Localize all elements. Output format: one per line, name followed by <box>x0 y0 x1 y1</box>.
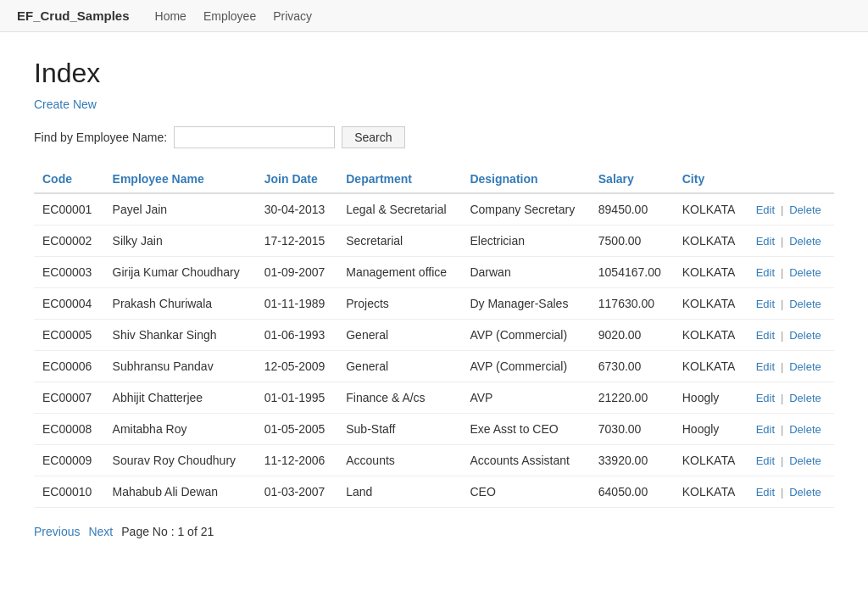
cell-join-date: 11-12-2006 <box>256 445 337 476</box>
col-header-join-date[interactable]: Join Date <box>256 165 337 193</box>
cell-name: Sourav Roy Choudhury <box>104 445 256 476</box>
action-separator: | <box>781 329 783 342</box>
edit-link[interactable]: Edit <box>756 486 775 499</box>
cell-department: General <box>337 351 461 382</box>
cell-designation: Accounts Assistant <box>461 445 589 476</box>
cell-department: Legal & Secretarial <box>337 193 461 226</box>
cell-city: Hoogly <box>674 414 748 445</box>
cell-name: Subhransu Pandav <box>104 351 256 382</box>
cell-department: Finance & A/cs <box>337 382 461 414</box>
create-new-link[interactable]: Create New <box>34 97 97 111</box>
cell-actions: Edit | Delete <box>748 476 834 508</box>
table-row: EC00003 Girija Kumar Choudhary 01-09-200… <box>34 257 834 288</box>
delete-link[interactable]: Delete <box>789 235 821 248</box>
table-row: EC00007 Abhijit Chatterjee 01-01-1995 Fi… <box>34 382 834 414</box>
cell-salary: 64050.00 <box>590 476 674 508</box>
cell-actions: Edit | Delete <box>748 351 834 382</box>
cell-join-date: 01-03-2007 <box>256 476 337 508</box>
action-separator: | <box>781 235 783 248</box>
col-header-name[interactable]: Employee Name <box>104 165 256 193</box>
col-header-code[interactable]: Code <box>34 165 104 193</box>
cell-code: EC00008 <box>34 414 104 445</box>
nav-link-employee[interactable]: Employee <box>203 9 256 23</box>
edit-link[interactable]: Edit <box>756 203 775 216</box>
delete-link[interactable]: Delete <box>789 329 821 342</box>
cell-designation: AVP <box>461 382 589 414</box>
cell-department: Sub-Staff <box>337 414 461 445</box>
delete-link[interactable]: Delete <box>789 203 821 216</box>
pagination-next[interactable]: Next <box>88 525 113 538</box>
nav-link-privacy[interactable]: Privacy <box>273 9 312 23</box>
cell-join-date: 01-05-2005 <box>256 414 337 445</box>
cell-city: KOLKATA <box>674 320 748 351</box>
table-row: EC00001 Payel Jain 30-04-2013 Legal & Se… <box>34 193 834 226</box>
cell-designation: AVP (Commercial) <box>461 320 589 351</box>
cell-salary: 7500.00 <box>590 226 674 257</box>
table-row: EC00010 Mahabub Ali Dewan 01-03-2007 Lan… <box>34 476 834 508</box>
pagination-previous[interactable]: Previous <box>34 525 80 538</box>
navbar-links: Home Employee Privacy <box>155 9 313 23</box>
cell-city: Hoogly <box>674 382 748 414</box>
cell-city: KOLKATA <box>674 351 748 382</box>
search-button[interactable]: Search <box>342 126 404 148</box>
delete-link[interactable]: Delete <box>789 360 821 373</box>
cell-code: EC00003 <box>34 257 104 288</box>
action-separator: | <box>781 360 783 373</box>
cell-salary: 33920.00 <box>590 445 674 476</box>
search-form: Find by Employee Name: Search <box>34 126 834 148</box>
cell-actions: Edit | Delete <box>748 257 834 288</box>
delete-link[interactable]: Delete <box>789 266 821 279</box>
cell-actions: Edit | Delete <box>748 193 834 226</box>
action-separator: | <box>781 423 783 436</box>
edit-link[interactable]: Edit <box>756 423 775 436</box>
cell-code: EC00004 <box>34 288 104 320</box>
edit-link[interactable]: Edit <box>756 360 775 373</box>
pagination-info: Page No : 1 of 21 <box>121 525 214 538</box>
cell-actions: Edit | Delete <box>748 320 834 351</box>
edit-link[interactable]: Edit <box>756 266 775 279</box>
table-row: EC00004 Prakash Churiwala 01-11-1989 Pro… <box>34 288 834 320</box>
cell-department: General <box>337 320 461 351</box>
cell-city: KOLKATA <box>674 226 748 257</box>
cell-city: KOLKATA <box>674 445 748 476</box>
edit-link[interactable]: Edit <box>756 454 775 467</box>
cell-code: EC00010 <box>34 476 104 508</box>
navbar: EF_Crud_Samples Home Employee Privacy <box>0 0 868 32</box>
edit-link[interactable]: Edit <box>756 392 775 404</box>
cell-department: Management office <box>337 257 461 288</box>
col-header-designation[interactable]: Designation <box>461 165 589 193</box>
delete-link[interactable]: Delete <box>789 298 821 310</box>
edit-link[interactable]: Edit <box>756 298 775 310</box>
cell-join-date: 01-09-2007 <box>256 257 337 288</box>
cell-join-date: 01-06-1993 <box>256 320 337 351</box>
cell-salary: 7030.00 <box>590 414 674 445</box>
table-row: EC00008 Amitabha Roy 01-05-2005 Sub-Staf… <box>34 414 834 445</box>
table-row: EC00005 Shiv Shankar Singh 01-06-1993 Ge… <box>34 320 834 351</box>
nav-link-home[interactable]: Home <box>155 9 186 23</box>
cell-department: Secretarial <box>337 226 461 257</box>
action-separator: | <box>781 298 783 310</box>
cell-name: Shiv Shankar Singh <box>104 320 256 351</box>
search-input[interactable] <box>174 126 335 148</box>
edit-link[interactable]: Edit <box>756 235 775 248</box>
edit-link[interactable]: Edit <box>756 329 775 342</box>
cell-name: Abhijit Chatterjee <box>104 382 256 414</box>
cell-city: KOLKATA <box>674 476 748 508</box>
delete-link[interactable]: Delete <box>789 454 821 467</box>
delete-link[interactable]: Delete <box>789 392 821 404</box>
cell-join-date: 01-01-1995 <box>256 382 337 414</box>
cell-actions: Edit | Delete <box>748 226 834 257</box>
col-header-department[interactable]: Department <box>337 165 461 193</box>
cell-actions: Edit | Delete <box>748 414 834 445</box>
col-header-city[interactable]: City <box>674 165 748 193</box>
cell-designation: Darwan <box>461 257 589 288</box>
cell-city: KOLKATA <box>674 288 748 320</box>
delete-link[interactable]: Delete <box>789 486 821 499</box>
cell-salary: 89450.00 <box>590 193 674 226</box>
col-header-salary[interactable]: Salary <box>590 165 674 193</box>
delete-link[interactable]: Delete <box>789 423 821 436</box>
cell-join-date: 17-12-2015 <box>256 226 337 257</box>
col-header-actions <box>748 165 834 193</box>
cell-salary: 117630.00 <box>590 288 674 320</box>
cell-name: Silky Jain <box>104 226 256 257</box>
